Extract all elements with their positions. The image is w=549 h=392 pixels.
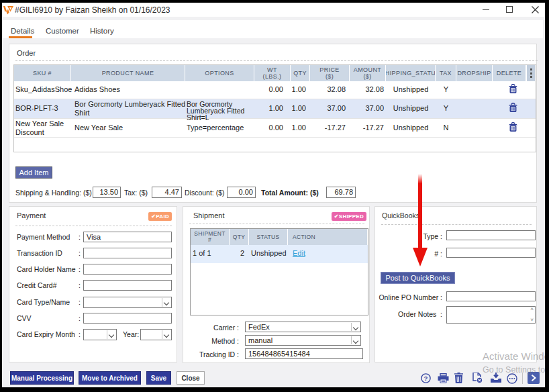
svg-text:?: ? <box>424 375 428 382</box>
